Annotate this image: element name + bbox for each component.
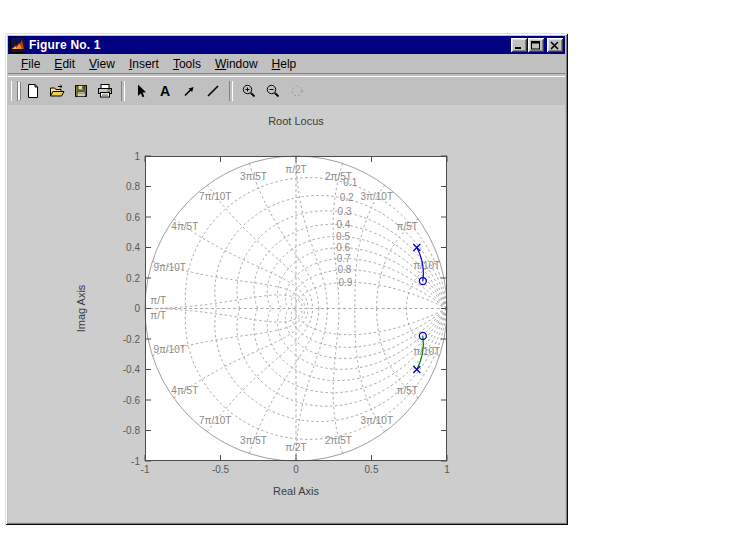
- minimize-button[interactable]: [511, 38, 527, 52]
- svg-text:-0.2: -0.2: [123, 334, 141, 345]
- svg-text:7π/10T: 7π/10T: [199, 415, 231, 426]
- svg-text:0: 0: [134, 303, 140, 314]
- svg-text:3π/5T: 3π/5T: [240, 435, 267, 446]
- svg-text:0.5: 0.5: [336, 231, 350, 242]
- window-title: Figure No. 1: [29, 38, 510, 52]
- svg-text:π/5T: π/5T: [396, 385, 417, 396]
- svg-text:0.7: 0.7: [337, 253, 351, 264]
- svg-text:9π/10T: 9π/10T: [153, 262, 185, 273]
- figure-canvas: π/10Tπ/10Tπ/5Tπ/5T3π/10T3π/10T2π/5T2π/5T…: [8, 105, 565, 522]
- svg-text:3π/10T: 3π/10T: [361, 415, 393, 426]
- svg-text:π/5T: π/5T: [396, 221, 417, 232]
- svg-text:π/T: π/T: [150, 295, 166, 306]
- pointer-icon[interactable]: [130, 80, 152, 102]
- menu-item-view[interactable]: View: [82, 55, 122, 73]
- svg-text:-0.5: -0.5: [212, 464, 230, 475]
- svg-text:-1: -1: [141, 464, 150, 475]
- root-locus-plot: π/10Tπ/10Tπ/5Tπ/5T3π/10T3π/10T2π/5T2π/5T…: [8, 105, 565, 522]
- add-arrow-icon[interactable]: [178, 80, 200, 102]
- save-figure-icon[interactable]: [70, 80, 92, 102]
- svg-text:0.4: 0.4: [336, 219, 350, 230]
- svg-text:0.2: 0.2: [126, 273, 140, 284]
- svg-text:7π/10T: 7π/10T: [199, 191, 231, 202]
- figure-window: Figure No. 1 FileEditViewInsertToolsWind…: [5, 33, 568, 525]
- window-controls: [510, 38, 563, 52]
- svg-text:4π/5T: 4π/5T: [171, 221, 198, 232]
- svg-text:3π/10T: 3π/10T: [361, 191, 393, 202]
- svg-text:π/2T: π/2T: [285, 442, 306, 453]
- menu-item-window[interactable]: Window: [208, 55, 265, 73]
- svg-text:0.6: 0.6: [336, 242, 350, 253]
- svg-text:0.2: 0.2: [340, 192, 354, 203]
- svg-text:1: 1: [444, 464, 450, 475]
- svg-text:0.6: 0.6: [126, 212, 140, 223]
- zoom-in-icon[interactable]: [238, 80, 260, 102]
- svg-text:0: 0: [293, 464, 299, 475]
- svg-text:9π/10T: 9π/10T: [153, 344, 185, 355]
- zoom-out-icon[interactable]: [262, 80, 284, 102]
- svg-text:1: 1: [134, 151, 140, 162]
- menu-item-edit[interactable]: Edit: [47, 55, 82, 73]
- svg-text:-0.8: -0.8: [123, 425, 141, 436]
- menu-item-insert[interactable]: Insert: [122, 55, 166, 73]
- close-button[interactable]: [547, 38, 563, 52]
- svg-text:π/2T: π/2T: [285, 164, 306, 175]
- svg-text:3π/5T: 3π/5T: [240, 171, 267, 182]
- svg-text:A: A: [160, 83, 170, 99]
- svg-text:0.9: 0.9: [338, 277, 352, 288]
- svg-text:0.8: 0.8: [126, 181, 140, 192]
- y-axis-label: Imag Axis: [75, 284, 87, 332]
- rotate-3d-icon[interactable]: [286, 80, 308, 102]
- menu-item-file[interactable]: File: [14, 55, 47, 73]
- menubar: FileEditViewInsertToolsWindowHelp: [8, 54, 565, 73]
- svg-text:-0.6: -0.6: [123, 395, 141, 406]
- x-axis-label: Real Axis: [273, 485, 319, 497]
- plot-title: Root Locus: [268, 115, 324, 127]
- toolbar-separator: [121, 81, 125, 101]
- svg-text:-0.4: -0.4: [123, 364, 141, 375]
- svg-text:4π/5T: 4π/5T: [171, 385, 198, 396]
- svg-text:0.4: 0.4: [126, 242, 140, 253]
- toolbar-separator: [229, 81, 233, 101]
- open-file-icon[interactable]: [46, 80, 68, 102]
- svg-text:0.5: 0.5: [365, 464, 379, 475]
- toolbar: A: [8, 77, 565, 105]
- print-icon[interactable]: [94, 80, 116, 102]
- new-figure-icon[interactable]: [22, 80, 44, 102]
- add-line-icon[interactable]: [202, 80, 224, 102]
- svg-text:0.1: 0.1: [343, 177, 357, 188]
- menu-item-tools[interactable]: Tools: [166, 55, 208, 73]
- matlab-logo-icon: [10, 37, 26, 53]
- toolbar-grip[interactable]: [11, 81, 18, 101]
- desktop: { "window": { "title": "Figure No. 1", "…: [0, 0, 750, 534]
- svg-text:π/10T: π/10T: [413, 260, 440, 271]
- svg-text:0.3: 0.3: [338, 206, 352, 217]
- svg-text:π/T: π/T: [150, 310, 166, 321]
- maximize-button[interactable]: [528, 38, 544, 52]
- svg-text:π/10T: π/10T: [413, 346, 440, 357]
- svg-text:0.8: 0.8: [338, 264, 352, 275]
- menu-item-help[interactable]: Help: [265, 55, 304, 73]
- svg-text:-1: -1: [131, 456, 140, 467]
- titlebar[interactable]: Figure No. 1: [8, 36, 565, 54]
- svg-text:2π/5T: 2π/5T: [325, 435, 352, 446]
- add-text-icon[interactable]: A: [154, 80, 176, 102]
